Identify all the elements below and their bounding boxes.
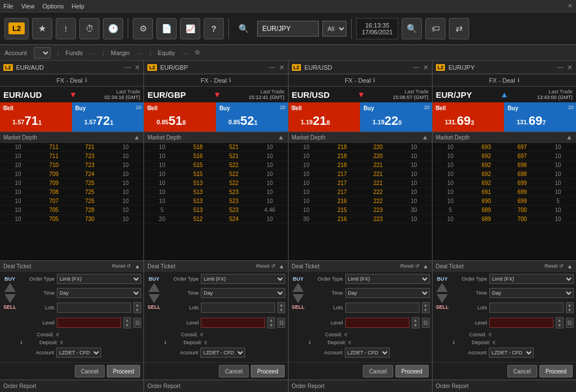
lots-stepper[interactable]: ▲ ▼ [277, 302, 285, 313]
lots-up[interactable]: ▲ [422, 303, 429, 308]
deal-ticket-arrow[interactable]: ▲ [279, 263, 285, 269]
proceed-button[interactable]: Proceed [107, 365, 140, 377]
menu-options[interactable]: Options [42, 3, 64, 10]
market-depth-arrow[interactable]: ▲ [133, 133, 140, 141]
history-button[interactable]: 🕐 [103, 18, 123, 39]
sell-arrow[interactable] [4, 294, 16, 303]
sell-arrow[interactable] [148, 294, 160, 303]
sell-arrow[interactable] [292, 294, 304, 303]
order-type-select[interactable]: Limit (FX) [345, 274, 430, 284]
buy-arrow[interactable] [4, 283, 16, 292]
buy-button[interactable]: Buy 20 131. 69 7 [504, 102, 576, 132]
reset-label[interactable]: Reset ↺ [544, 263, 564, 269]
search-input[interactable] [257, 21, 319, 37]
lots-up[interactable]: ▲ [134, 303, 141, 308]
time-select[interactable]: Day [345, 288, 430, 298]
sell-button[interactable]: Sell 10 131. 69 3 [433, 102, 505, 132]
menu-help[interactable]: Help [71, 3, 84, 10]
info-icon[interactable]: ℹ [229, 77, 231, 83]
chain-button[interactable]: ⛓ [566, 318, 574, 328]
level-stepper[interactable]: ▲ ▼ [412, 317, 420, 328]
level-down[interactable]: ▼ [556, 323, 563, 328]
deal-ticket-arrow[interactable]: ▲ [134, 263, 140, 269]
help-button[interactable]: ? [204, 18, 224, 39]
menu-file[interactable]: File [3, 3, 14, 10]
buy-arrow[interactable] [436, 283, 448, 292]
star-button[interactable]: ★ [32, 18, 52, 39]
level-up[interactable]: ▲ [556, 318, 563, 323]
lots-input[interactable] [489, 303, 564, 313]
lots-input[interactable] [345, 303, 420, 313]
close-icon[interactable]: ✕ [568, 2, 573, 10]
order-type-select[interactable]: Limit (FX) [201, 274, 285, 284]
lots-up[interactable]: ▲ [278, 303, 285, 308]
level-up[interactable]: ▲ [268, 318, 274, 323]
proceed-button[interactable]: Proceed [395, 365, 429, 377]
level-stepper[interactable]: ▲ ▼ [267, 317, 275, 328]
lots-down[interactable]: ▼ [422, 308, 429, 313]
proceed-button[interactable]: Proceed [539, 365, 573, 377]
account-dt-select[interactable]: LZDET - CFD [56, 348, 101, 358]
tag-icon[interactable]: 🏷 [425, 18, 446, 39]
time-select[interactable]: Day [57, 288, 141, 298]
settings-icon[interactable]: ⚙ [195, 49, 200, 56]
chain-button[interactable]: ⛓ [133, 318, 141, 328]
doc-button[interactable]: 📄 [156, 18, 177, 39]
market-depth-arrow[interactable]: ▲ [566, 133, 573, 141]
lots-input[interactable] [201, 303, 275, 313]
level-input[interactable] [57, 318, 121, 328]
buy-button[interactable]: Buy 10 1.57 72 1 [72, 102, 144, 132]
account-dt-select[interactable]: LZDET - CFD [345, 348, 390, 358]
level-input[interactable] [345, 318, 410, 328]
level-up[interactable]: ▲ [412, 318, 419, 323]
level-down[interactable]: ▼ [124, 323, 130, 328]
close-icon[interactable]: ✕ [567, 64, 573, 71]
order-type-select[interactable]: Limit (FX) [57, 274, 141, 284]
minimize-icon[interactable]: — [269, 64, 276, 71]
lots-stepper[interactable]: ▲ ▼ [422, 302, 430, 313]
info-icon[interactable]: ℹ [85, 77, 87, 83]
buy-button[interactable]: Buy 20 0.85 52 1 [216, 102, 288, 132]
lots-down[interactable]: ▼ [566, 308, 573, 313]
menu-view[interactable]: View [21, 3, 35, 10]
time-select[interactable]: Day [489, 288, 574, 298]
lots-down[interactable]: ▼ [134, 308, 141, 313]
sell-button[interactable]: Sell 10 0.85 51 8 [144, 102, 216, 132]
account-dt-select[interactable]: LZDET - CFD [200, 348, 245, 358]
close-icon[interactable]: ✕ [423, 64, 429, 71]
level-input[interactable] [489, 318, 554, 328]
l2-button[interactable]: L2 [4, 18, 29, 39]
deal-ticket-arrow[interactable]: ▲ [423, 263, 429, 269]
buy-button[interactable]: Buy 20 1.19 22 0 [360, 102, 432, 132]
search2-icon[interactable]: 🔍 [402, 18, 422, 39]
reset-label[interactable]: Reset ↺ [256, 263, 276, 269]
level-stepper[interactable]: ▲ ▼ [556, 317, 564, 328]
reset-label[interactable]: Reset ↺ [400, 263, 420, 269]
account-selector[interactable] [34, 47, 51, 58]
lots-down[interactable]: ▼ [278, 308, 285, 313]
close-icon[interactable]: ✕ [279, 64, 285, 71]
cancel-button[interactable]: Cancel [363, 365, 393, 377]
sell-button[interactable]: Sell 20 1.57 71 1 [0, 102, 72, 132]
level-stepper[interactable]: ▲ ▼ [123, 317, 131, 328]
transfer-icon[interactable]: ⇄ [449, 18, 469, 39]
lots-stepper[interactable]: ▲ ▼ [133, 302, 141, 313]
time-select[interactable]: Day [201, 288, 285, 298]
buy-arrow[interactable] [292, 283, 304, 292]
level-down[interactable]: ▼ [268, 323, 274, 328]
settings-button[interactable]: ⚙ [133, 18, 153, 39]
reset-label[interactable]: Reset ↺ [112, 263, 131, 269]
search-filter[interactable]: All [322, 21, 346, 37]
proceed-button[interactable]: Proceed [251, 365, 284, 377]
account-dt-select[interactable]: LZDET - CFD [489, 348, 534, 358]
level-up[interactable]: ▲ [124, 318, 130, 323]
chart2-button[interactable]: 📈 [180, 18, 200, 39]
lots-up[interactable]: ▲ [566, 303, 573, 308]
sell-arrow[interactable] [436, 294, 448, 303]
lots-stepper[interactable]: ▲ ▼ [566, 302, 574, 313]
level-down[interactable]: ▼ [412, 323, 419, 328]
order-type-select[interactable]: Limit (FX) [489, 274, 574, 284]
chart-button[interactable]: ⫶ [56, 18, 76, 39]
market-depth-arrow[interactable]: ▲ [278, 133, 285, 141]
level-input[interactable] [201, 318, 265, 328]
